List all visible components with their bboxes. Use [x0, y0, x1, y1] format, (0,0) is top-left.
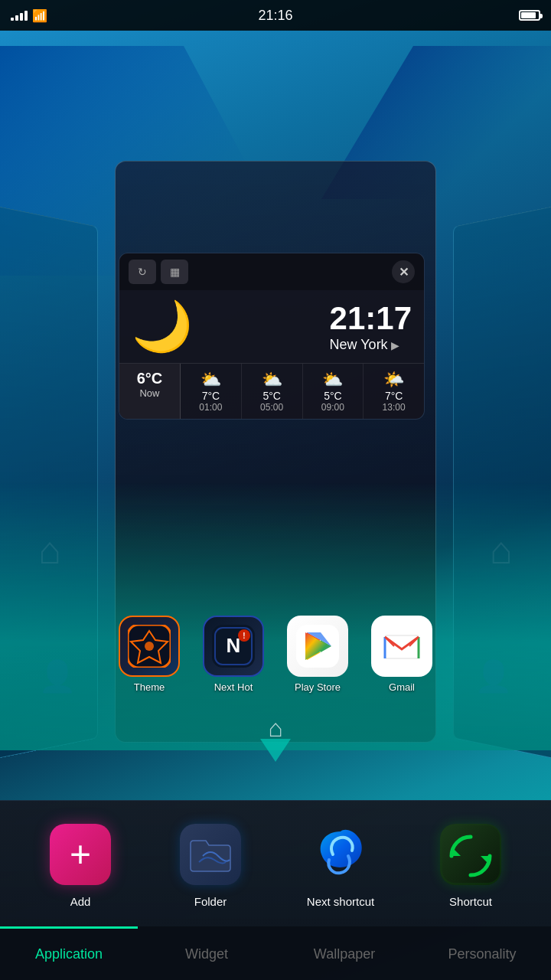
app-icons-row: Theme N ! Next Hot	[0, 616, 551, 693]
svg-point-2	[145, 642, 154, 651]
forecast-time-1: 05:00	[260, 402, 283, 413]
status-time: 21:16	[258, 8, 292, 24]
shortcut-icon-wrap	[436, 820, 505, 889]
forecast-time-3: 13:00	[383, 402, 406, 413]
refresh-button[interactable]: ↻	[129, 260, 156, 284]
gmail-label: Gmail	[389, 681, 415, 693]
weather-forecast: 6°C Now ⛅ 7°C 01:00 ⛅ 5°C 05:00 ⛅ 5°C 09…	[119, 363, 424, 419]
tab-wallpaper[interactable]: Wallpaper	[276, 926, 413, 980]
dock-nextshortcut[interactable]: Next shortcut	[306, 820, 375, 908]
battery-icon	[519, 10, 540, 21]
dock-shortcut[interactable]: Shortcut	[436, 820, 505, 908]
status-left: 📶	[11, 8, 47, 23]
gmail-icon	[371, 616, 432, 677]
add-icon: +	[50, 824, 111, 885]
add-icon-wrap: +	[46, 820, 115, 889]
forecast-icon-1: ⛅	[262, 370, 282, 390]
dock-folder[interactable]: Folder	[176, 820, 245, 908]
forecast-time-0: 01:00	[199, 402, 222, 413]
bottom-dock: + Add Folder	[0, 800, 551, 926]
weather-main: 🌙 21:17 New York ▶	[119, 290, 424, 363]
shortcut-icon	[440, 824, 501, 885]
weather-clock: 21:17	[330, 300, 412, 337]
weather-controls: ↻ ▦	[129, 260, 188, 284]
forecast-temp-1: 5°C	[262, 390, 281, 402]
forecast-icon-3: 🌤️	[383, 370, 404, 390]
chart-button[interactable]: ▦	[161, 260, 188, 284]
forecast-temp-0: 7°C	[202, 390, 220, 402]
forecast-current-temp: 6°C	[137, 370, 163, 387]
folder-icon	[180, 824, 241, 885]
forecast-now: 6°C Now	[119, 364, 181, 419]
forecast-temp-2: 5°C	[324, 390, 342, 402]
forecast-current-label: Now	[139, 387, 159, 399]
weather-location: New York ▶	[330, 337, 412, 353]
forecast-icon-0: ⛅	[201, 370, 221, 390]
app-icon-nexthot[interactable]: N ! Next Hot	[203, 616, 264, 693]
forecast-item-1: ⛅ 5°C 05:00	[242, 364, 303, 419]
nextshortcut-icon	[310, 824, 371, 885]
tab-widget[interactable]: Widget	[138, 926, 276, 980]
nexthot-icon: N !	[203, 616, 264, 677]
app-icon-gmail[interactable]: Gmail	[371, 616, 432, 693]
playstore-label: Play Store	[295, 681, 341, 693]
status-right	[519, 10, 540, 21]
forecast-item-0: ⛅ 7°C 01:00	[181, 364, 242, 419]
add-label: Add	[70, 895, 91, 908]
nexthot-label: Next Hot	[214, 681, 253, 693]
shortcut-label: Shortcut	[449, 895, 492, 908]
app-icon-theme[interactable]: Theme	[119, 616, 180, 693]
svg-rect-16	[385, 635, 419, 658]
weather-widget: ↻ ▦ ✕ 🌙 21:17 New York ▶ 6°C Now ⛅ 7°C 0…	[119, 253, 425, 420]
tab-application[interactable]: Application	[0, 926, 138, 980]
wifi-icon: 📶	[32, 8, 47, 23]
theme-icon	[119, 616, 180, 677]
forecast-temp-3: 7°C	[385, 390, 403, 402]
bottom-nav: Application Widget Wallpaper Personality	[0, 926, 551, 980]
download-indicator	[260, 739, 291, 767]
dock-add[interactable]: + Add	[46, 820, 115, 908]
close-button[interactable]: ✕	[392, 260, 415, 283]
forecast-item-3: 🌤️ 7°C 13:00	[364, 364, 424, 419]
folder-label: Folder	[194, 895, 227, 908]
svg-text:!: !	[243, 632, 245, 640]
forecast-item-2: ⛅ 5°C 09:00	[303, 364, 364, 419]
ghost-home-right: ⌂	[490, 528, 513, 573]
theme-label: Theme	[134, 681, 165, 693]
nextshortcut-icon-wrap	[306, 820, 375, 889]
svg-marker-17	[260, 739, 291, 762]
signal-icon	[11, 11, 28, 21]
forecast-time-2: 09:00	[321, 402, 344, 413]
weather-header: ↻ ▦ ✕	[119, 253, 424, 290]
tab-personality[interactable]: Personality	[413, 926, 551, 980]
statusbar: 📶 21:16	[0, 0, 551, 31]
app-icon-playstore[interactable]: Play Store	[287, 616, 348, 693]
nextshortcut-label: Next shortcut	[307, 895, 374, 908]
ghost-home-left: ⌂	[38, 528, 61, 573]
forecast-icon-2: ⛅	[322, 370, 343, 390]
folder-icon-wrap	[176, 820, 245, 889]
weather-condition-icon: 🌙	[132, 298, 193, 355]
weather-time-location: 21:17 New York ▶	[330, 300, 412, 353]
playstore-icon	[287, 616, 348, 677]
